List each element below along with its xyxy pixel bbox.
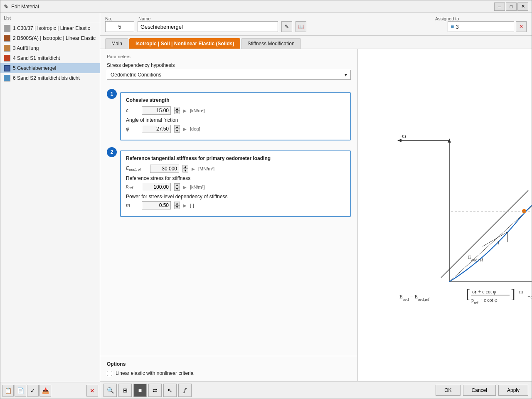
color-tool-button[interactable]: ■ (133, 384, 147, 397)
list-item-2[interactable]: 2 B500S(A) | Isotropic | Linear Elastic (0, 33, 100, 43)
tab-stiffness[interactable]: Stiffness Modification (241, 38, 300, 49)
svg-text:Eoed,ref: Eoed,ref (468, 254, 483, 262)
chart-svg: -ε₃ -σ₃ (366, 116, 532, 315)
list-item-5[interactable]: 5 Geschiebemergel (0, 63, 100, 73)
list-item-color-5 (4, 65, 10, 71)
pref-label: pref (126, 184, 138, 190)
material-name-input[interactable] (138, 21, 278, 32)
apply-button[interactable]: Apply (498, 385, 528, 396)
cursor-tool-button[interactable]: ↖ (163, 384, 177, 397)
list-item-color-3 (4, 45, 10, 52)
ok-button[interactable]: OK (436, 385, 460, 396)
c-decrement[interactable]: ▼ (174, 111, 180, 114)
tab-isotropic[interactable]: Isotropic | Soil | Nonlinear Elastic (So… (129, 38, 240, 49)
eoed-increment[interactable]: ▲ (182, 165, 188, 169)
right-content: No. Name Assigned to 5 ✎ 📖 ■ 3 ✕ (100, 13, 532, 399)
function-tool-button[interactable]: 𝑓 (178, 384, 192, 397)
maximize-button[interactable]: □ (506, 2, 517, 11)
svg-text:]: ] (511, 286, 515, 301)
main-window: ✎ Edit Material ─ □ ✕ List 1 C30/37 | Is… (0, 0, 532, 399)
checkbox-row: Linear elastic with nonlinear criteria (107, 370, 351, 376)
window-title: Edit Material (11, 4, 494, 10)
grid-tool-button[interactable]: ⊞ (118, 384, 132, 397)
assigned-clear-button[interactable]: ✕ (516, 21, 527, 32)
list-item-color-4 (4, 55, 10, 62)
pref-increment[interactable]: ▲ (174, 183, 180, 187)
close-button[interactable]: ✕ (517, 2, 528, 11)
import-button[interactable]: 📥 (39, 385, 51, 397)
minimize-button[interactable]: ─ (494, 2, 505, 11)
bottom-actions: OK Cancel Apply (436, 385, 528, 396)
svg-text:1: 1 (497, 240, 500, 246)
chart-container: -ε₃ -σ₃ (366, 57, 532, 373)
list-item-label-1: 1 C30/37 | Isotropic | Linear Elastic (13, 25, 90, 31)
phi-unit: [deg] (190, 126, 200, 131)
m-decrement[interactable]: ▼ (174, 205, 180, 209)
add-material-button[interactable]: 📋 (2, 385, 14, 397)
material-book-button[interactable]: 📖 (296, 21, 306, 32)
content-split: Parameters Stress dependency hypothesis … (100, 49, 532, 381)
power-title: Power for stress-level dependency of sti… (126, 194, 345, 200)
pref-title: Reference stress for stiffness (126, 175, 345, 181)
copy-material-button[interactable]: 📄 (15, 385, 26, 397)
list-item-6[interactable]: 6 Sand S2 mitteldicht bis dicht (0, 73, 100, 83)
linear-elastic-checkbox[interactable] (107, 371, 112, 376)
stress-dropdown[interactable]: Oedometric Conditions ▾ (107, 70, 351, 80)
arrows-tool-button[interactable]: ⇄ (148, 384, 162, 397)
list-item-3[interactable]: 3 Auffüllung (0, 43, 100, 53)
parameters-section: Parameters Stress dependency hypothesis … (100, 49, 357, 87)
c-unit: [kN/m²] (190, 108, 204, 113)
param-row-eoed: Eoed,ref ▲ ▼ ▶ [MN/m²] (126, 165, 345, 173)
name-label: Name (138, 16, 435, 21)
section-badge-2: 2 (107, 147, 117, 157)
no-label: No. (105, 16, 138, 21)
stress-label: Stress dependency hypothesis (107, 62, 351, 68)
eoed-decrement[interactable]: ▼ (182, 169, 188, 172)
list-item-label-5: 5 Geschiebemergel (13, 65, 56, 71)
form-spacer (100, 222, 357, 352)
phi-input[interactable] (142, 125, 171, 133)
check-button[interactable]: ✓ (27, 385, 39, 397)
cancel-button[interactable]: Cancel (463, 385, 496, 396)
param-row-phi: φ ▲ ▼ ▶ [deg] (126, 125, 345, 133)
m-input[interactable] (142, 201, 171, 209)
tabs-bar: Main Isotropic | Soil | Nonlinear Elasti… (100, 36, 532, 49)
list-item-4[interactable]: 4 Sand S1 mitteldicht (0, 53, 100, 63)
search-tool-button[interactable]: 🔍 (103, 384, 117, 397)
list-items: 1 C30/37 | Isotropic | Linear Elastic 2 … (0, 23, 100, 382)
pref-unit: [kN/m²] (190, 185, 204, 190)
svg-text:pref + c cot φ: pref + c cot φ (471, 297, 498, 305)
svg-line-8 (449, 190, 532, 282)
param-row-m: m ▲ ▼ ▶ [-] (126, 201, 345, 209)
svg-text:−σ₃: −σ₃ (527, 293, 532, 300)
left-panel: List 1 C30/37 | Isotropic | Linear Elast… (0, 13, 100, 399)
m-spinners: ▲ ▼ (174, 202, 180, 209)
phi-label: φ (126, 126, 138, 132)
bottom-bar: 🔍 ⊞ ■ ⇄ ↖ 𝑓 OK Cancel Apply (100, 381, 532, 399)
eoed-input[interactable] (150, 165, 179, 173)
assigned-label: Assigned to (435, 16, 527, 21)
delete-material-button[interactable]: ✕ (86, 385, 98, 397)
material-edit-button[interactable]: ✎ (281, 21, 292, 32)
list-item-1[interactable]: 1 C30/37 | Isotropic | Linear Elastic (0, 23, 100, 33)
m-increment[interactable]: ▲ (174, 202, 180, 205)
bottom-tools: 🔍 ⊞ ■ ⇄ ↖ 𝑓 (103, 384, 436, 397)
phi-decrement[interactable]: ▼ (174, 129, 180, 133)
window-icon: ✎ (4, 3, 9, 10)
param-row-c: c ▲ ▼ ▶ [kN/m²] (126, 106, 345, 115)
friction-title: Angle of internal friction (126, 117, 345, 123)
pref-input[interactable] (142, 183, 171, 191)
pref-decrement[interactable]: ▼ (174, 187, 180, 191)
list-toolbar: 📋 📄 ✓ 📥 ✕ (0, 382, 100, 399)
c-input[interactable] (142, 106, 171, 115)
tab-main[interactable]: Main (105, 38, 128, 49)
main-content: List 1 C30/37 | Isotropic | Linear Elast… (0, 13, 532, 399)
m-label: m (126, 202, 138, 208)
phi-increment[interactable]: ▲ (174, 125, 180, 129)
options-title: Options (107, 361, 351, 367)
c-increment[interactable]: ▲ (174, 107, 180, 111)
svg-text:-ε₃: -ε₃ (400, 133, 406, 139)
top-values: 5 ✎ 📖 ■ 3 ✕ (105, 21, 527, 32)
svg-text:σ₃ + c cot φ: σ₃ + c cot φ (472, 289, 496, 295)
form-panel: Parameters Stress dependency hypothesis … (100, 49, 358, 381)
